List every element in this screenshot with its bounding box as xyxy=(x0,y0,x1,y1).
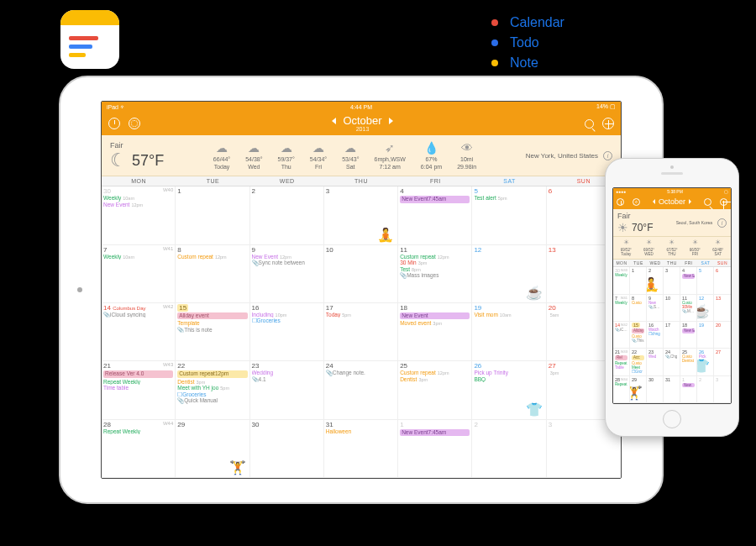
event-item[interactable]: Dentist3pm xyxy=(177,379,247,385)
search-icon[interactable] xyxy=(585,119,594,129)
calendar-day[interactable]: 16Including10pm☐Groceries xyxy=(250,303,324,360)
calendar-day[interactable]: 14 Columbus DayW42📎iCloud syncing xyxy=(102,303,176,360)
event-bar[interactable]: Release Ver 4.0 xyxy=(103,370,173,377)
event-item[interactable]: 30 Min3pm xyxy=(400,260,470,265)
calendar-day[interactable]: 5Test alert5pm xyxy=(472,186,546,244)
calendar-day[interactable]: 16Watch☐chng xyxy=(647,322,664,348)
calendar-grid[interactable]: 30W40Weekly10amNew Event12pm123🧘4New Eve… xyxy=(102,186,621,478)
calendar-day[interactable]: 24📎Chg xyxy=(664,349,680,375)
calendar-day[interactable]: 25Custom repeat12pmDentist3pm xyxy=(398,361,472,418)
calendar-day[interactable]: 8Custom repeat12pm xyxy=(176,245,249,302)
event-item[interactable]: 📎Quick Manual xyxy=(177,397,247,403)
event-item[interactable]: ☐Groceries xyxy=(177,391,247,397)
settings-icon[interactable] xyxy=(129,118,140,129)
event-bar[interactable]: New Event xyxy=(400,312,470,319)
calendar-day[interactable]: 3 xyxy=(664,267,680,293)
calendar-day[interactable]: 19Visit mom10am xyxy=(472,303,546,360)
calendar-day[interactable]: 12☕ xyxy=(697,295,714,321)
event-item[interactable]: Including10pm xyxy=(252,312,322,318)
calendar-day[interactable]: 22AccCustoMeet☐Grcr xyxy=(630,349,647,375)
calendar-day[interactable]: 30 xyxy=(647,376,664,402)
month-nav[interactable]: October xyxy=(653,198,692,206)
calendar-day[interactable]: 21W43Release Ver 4.0Repeat WeeklyTime ta… xyxy=(102,361,176,418)
event-item[interactable]: Dentist3pm xyxy=(400,376,470,382)
calendar-day[interactable]: 29🏋 xyxy=(176,420,249,477)
calendar-day[interactable]: 24📎Change note. xyxy=(324,361,398,418)
event-item[interactable]: 📎iCloud xyxy=(615,328,627,332)
event-bar[interactable]: Allday event xyxy=(177,312,247,319)
event-item[interactable]: 📎Mass xyxy=(682,309,695,313)
calendar-day[interactable]: 29🏋 xyxy=(630,376,647,402)
calendar-day[interactable]: 4New Event xyxy=(680,267,697,293)
calendar-day[interactable]: 18New Event xyxy=(680,322,697,348)
calendar-day[interactable]: 28W44Repeat Weekly xyxy=(102,420,176,477)
calendar-day[interactable]: 18New EventMoved event3pm xyxy=(398,303,472,360)
calendar-day[interactable]: 14W42📎iCloud xyxy=(613,322,630,348)
search-icon[interactable] xyxy=(704,198,711,206)
calendar-day[interactable]: 1New xyxy=(680,376,697,402)
event-item[interactable]: 📎Sync note between xyxy=(252,260,322,265)
event-bar[interactable]: New Event7:45am xyxy=(400,429,470,436)
calendar-day[interactable]: 6 xyxy=(714,267,731,293)
calendar-day[interactable]: 10 xyxy=(664,295,680,321)
event-bar[interactable]: New Event7:45am xyxy=(400,196,470,202)
calendar-grid[interactable]: 30W40Weekly12🧘34New Event567W41Weekly8Cu… xyxy=(613,267,731,403)
event-item[interactable]: Template xyxy=(177,320,247,326)
calendar-day[interactable]: 8Custo xyxy=(630,295,647,321)
event-item[interactable]: Weekly10am xyxy=(103,195,173,201)
calendar-day[interactable]: 1 xyxy=(630,267,647,293)
calendar-day[interactable]: 5 xyxy=(697,267,714,293)
calendar-day[interactable]: 15Allday eventTemplate📎This is note xyxy=(176,303,249,360)
calendar-day[interactable]: 31Halloween xyxy=(324,420,398,477)
calendar-day[interactable]: 12☕ xyxy=(472,245,546,302)
event-item[interactable]: New Event12pm xyxy=(252,254,322,260)
event-item[interactable]: Table xyxy=(615,365,627,370)
event-item[interactable]: 📎Mass images xyxy=(400,272,470,278)
clock-icon[interactable] xyxy=(617,198,624,206)
event-item[interactable]: Weekly10am xyxy=(103,254,173,260)
event-bar[interactable]: New Event xyxy=(682,274,695,279)
calendar-day[interactable]: 19 xyxy=(697,322,714,348)
weather-strip[interactable]: Fair ☾ 57°F ☁66/44°Today☁54/38°Wed☁59/37… xyxy=(102,135,621,176)
calendar-day[interactable]: 7W41Weekly10am xyxy=(102,245,176,302)
calendar-day[interactable]: 2 xyxy=(697,376,714,402)
calendar-day[interactable]: 30W40Weekly10amNew Event12pm xyxy=(102,186,176,244)
calendar-day[interactable]: 13 xyxy=(714,295,731,321)
chevron-right-icon[interactable] xyxy=(389,118,393,124)
event-item[interactable]: Weekly xyxy=(615,301,627,305)
add-icon[interactable] xyxy=(720,198,727,206)
calendar-day[interactable]: 15AlldayCusto📎This xyxy=(630,322,647,348)
event-item[interactable]: ☐Grcr xyxy=(632,370,644,374)
calendar-day[interactable]: 21W43RelRepeatTable xyxy=(613,349,630,375)
calendar-day[interactable]: 23Wed xyxy=(647,349,664,375)
event-item[interactable]: Weekly xyxy=(615,273,627,277)
event-item[interactable]: ☐Groceries xyxy=(252,318,322,323)
event-item[interactable]: ☐chng xyxy=(648,332,661,336)
event-item[interactable]: Visit mom10am xyxy=(474,312,543,318)
calendar-day[interactable]: 25CustoDentist xyxy=(680,349,697,375)
calendar-day[interactable]: 11Custo30Min📎Mass xyxy=(680,295,697,321)
event-bar[interactable]: New Event xyxy=(682,328,695,333)
event-item[interactable]: Dentist xyxy=(682,359,695,363)
event-item[interactable]: BBQ xyxy=(474,376,543,382)
calendar-day[interactable]: 10 xyxy=(324,245,398,302)
calendar-day[interactable]: 30 xyxy=(250,420,324,477)
month-nav[interactable]: October 2013 xyxy=(332,115,393,132)
event-item[interactable]: New Event12pm xyxy=(103,202,173,207)
event-item[interactable]: Test8pm xyxy=(400,266,470,272)
chevron-left-icon[interactable] xyxy=(332,118,336,124)
event-item[interactable]: 📎Sync xyxy=(648,305,661,309)
calendar-day[interactable]: 7W41Weekly xyxy=(613,295,630,321)
calendar-day[interactable]: 2🧘 xyxy=(647,267,664,293)
calendar-day[interactable]: 9New Event12pm📎Sync note between xyxy=(250,245,324,302)
event-bar[interactable]: Custom repeat12pm xyxy=(177,370,247,377)
event-item[interactable]: Meet with YH joo5pm xyxy=(177,385,247,391)
chevron-right-icon[interactable] xyxy=(689,199,691,204)
event-item[interactable]: Custom repeat12pm xyxy=(177,254,247,260)
event-item[interactable]: Repeat Weekly xyxy=(103,428,173,434)
event-item[interactable]: 📎Change note. xyxy=(326,370,396,375)
event-item[interactable]: 📎iCloud syncing xyxy=(103,312,173,318)
event-item[interactable]: Repeat Weekly xyxy=(103,379,173,385)
event-item[interactable]: Wedding xyxy=(252,370,322,375)
event-bar[interactable]: New xyxy=(682,383,695,388)
